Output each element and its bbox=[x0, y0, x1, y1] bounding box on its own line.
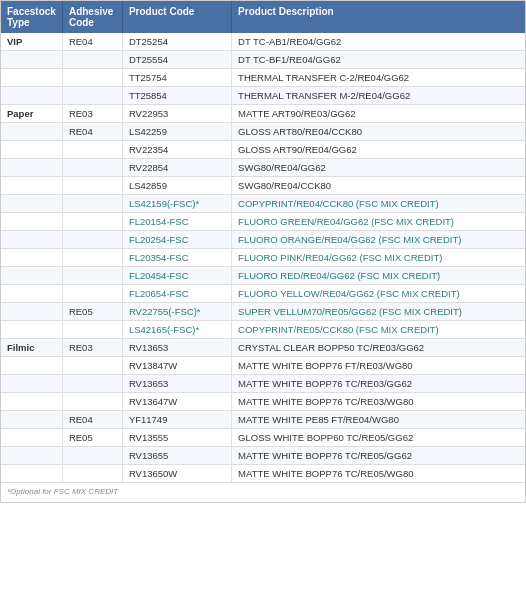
table-row: RV22354GLOSS ART90/RE04/GG62 bbox=[1, 141, 525, 159]
cell-facestock bbox=[1, 249, 62, 267]
cell-facestock bbox=[1, 123, 62, 141]
cell-product-code: TT25854 bbox=[122, 87, 231, 105]
header-product-desc: Product Description bbox=[232, 1, 525, 33]
cell-product-code: RV13647W bbox=[122, 393, 231, 411]
cell-adhesive bbox=[62, 69, 122, 87]
cell-product-desc: FLUORO PINK/RE04/GG62 (FSC MIX CREDIT) bbox=[232, 249, 525, 267]
cell-adhesive bbox=[62, 159, 122, 177]
cell-product-code: RV13655 bbox=[122, 447, 231, 465]
cell-product-code: DT25254 bbox=[122, 33, 231, 51]
table-row: PaperRE03RV22953MATTE ART90/RE03/GG62 bbox=[1, 105, 525, 123]
table-row: LS42859SWG80/RE04/CCK80 bbox=[1, 177, 525, 195]
cell-product-desc: THERMAL TRANSFER M-2/RE04/GG62 bbox=[232, 87, 525, 105]
cell-product-code: RV13653 bbox=[122, 375, 231, 393]
cell-product-desc: DT TC-BF1/RE04/GG62 bbox=[232, 51, 525, 69]
table-row: RE05RV22755(-FSC)*SUPER VELLUM70/RE05/GG… bbox=[1, 303, 525, 321]
cell-adhesive bbox=[62, 465, 122, 483]
cell-adhesive bbox=[62, 213, 122, 231]
cell-adhesive bbox=[62, 447, 122, 465]
cell-product-code: RV13555 bbox=[122, 429, 231, 447]
cell-product-desc: MATTE WHITE BOPP76 TC/RE03/WG80 bbox=[232, 393, 525, 411]
cell-facestock: Filmic bbox=[1, 339, 62, 357]
cell-facestock bbox=[1, 429, 62, 447]
cell-facestock bbox=[1, 51, 62, 69]
table-row: VIPRE04DT25254DT TC-AB1/RE04/GG62 bbox=[1, 33, 525, 51]
cell-product-code: DT25554 bbox=[122, 51, 231, 69]
table-row: RE04YF11749MATTE WHITE PE85 FT/RE04/WG80 bbox=[1, 411, 525, 429]
cell-adhesive: RE03 bbox=[62, 105, 122, 123]
table-row: DT25554DT TC-BF1/RE04/GG62 bbox=[1, 51, 525, 69]
cell-adhesive: RE04 bbox=[62, 33, 122, 51]
cell-adhesive bbox=[62, 177, 122, 195]
cell-product-code: RV13847W bbox=[122, 357, 231, 375]
table-row: FL20654-FSCFLUORO YELLOW/RE04/GG62 (FSC … bbox=[1, 285, 525, 303]
product-table: Facestock Type Adhesive Code Product Cod… bbox=[1, 1, 525, 483]
table-row: LS42165(-FSC)*COPYPRINT/RE05/CCK80 (FSC … bbox=[1, 321, 525, 339]
cell-product-desc: MATTE WHITE BOPP76 TC/RE05/WG80 bbox=[232, 465, 525, 483]
cell-product-code: RV13650W bbox=[122, 465, 231, 483]
cell-product-desc: FLUORO YELLOW/RE04/GG62 (FSC MIX CREDIT) bbox=[232, 285, 525, 303]
cell-adhesive bbox=[62, 393, 122, 411]
cell-facestock: Paper bbox=[1, 105, 62, 123]
table-row: RV13655MATTE WHITE BOPP76 TC/RE05/GG62 bbox=[1, 447, 525, 465]
header-product-code: Product Code bbox=[122, 1, 231, 33]
cell-product-desc: CRYSTAL CLEAR BOPP50 TC/RE03/GG62 bbox=[232, 339, 525, 357]
cell-adhesive bbox=[62, 267, 122, 285]
cell-product-code: FL20654-FSC bbox=[122, 285, 231, 303]
cell-adhesive bbox=[62, 249, 122, 267]
cell-product-desc: GLOSS ART90/RE04/GG62 bbox=[232, 141, 525, 159]
cell-facestock bbox=[1, 69, 62, 87]
table-row: LS42159(-FSC)*COPYPRINT/RE04/CCK80 (FSC … bbox=[1, 195, 525, 213]
cell-facestock bbox=[1, 375, 62, 393]
cell-facestock bbox=[1, 321, 62, 339]
cell-facestock bbox=[1, 357, 62, 375]
table-row: RE05RV13555GLOSS WHITE BOPP60 TC/RE05/GG… bbox=[1, 429, 525, 447]
cell-product-desc: COPYPRINT/RE04/CCK80 (FSC MIX CREDIT) bbox=[232, 195, 525, 213]
table-row: RE04LS42259GLOSS ART80/RE04/CCK80 bbox=[1, 123, 525, 141]
table-header-row: Facestock Type Adhesive Code Product Cod… bbox=[1, 1, 525, 33]
cell-product-desc: MATTE WHITE BOPP76 FT/RE03/WG80 bbox=[232, 357, 525, 375]
cell-facestock bbox=[1, 159, 62, 177]
table-row: RV13847WMATTE WHITE BOPP76 FT/RE03/WG80 bbox=[1, 357, 525, 375]
cell-product-desc: MATTE ART90/RE03/GG62 bbox=[232, 105, 525, 123]
cell-facestock bbox=[1, 411, 62, 429]
cell-facestock bbox=[1, 195, 62, 213]
table-row: RV13653MATTE WHITE BOPP76 TC/RE03/GG62 bbox=[1, 375, 525, 393]
table-row: RV13650WMATTE WHITE BOPP76 TC/RE05/WG80 bbox=[1, 465, 525, 483]
cell-adhesive bbox=[62, 231, 122, 249]
cell-facestock bbox=[1, 285, 62, 303]
cell-facestock bbox=[1, 231, 62, 249]
cell-product-desc: MATTE WHITE BOPP76 TC/RE05/GG62 bbox=[232, 447, 525, 465]
table-row: TT25754THERMAL TRANSFER C-2/RE04/GG62 bbox=[1, 69, 525, 87]
cell-product-code: LS42859 bbox=[122, 177, 231, 195]
cell-facestock bbox=[1, 465, 62, 483]
cell-product-desc: FLUORO GREEN/RE04/GG62 (FSC MIX CREDIT) bbox=[232, 213, 525, 231]
cell-adhesive: RE05 bbox=[62, 429, 122, 447]
cell-adhesive bbox=[62, 375, 122, 393]
cell-adhesive bbox=[62, 51, 122, 69]
cell-facestock bbox=[1, 447, 62, 465]
cell-product-desc: SUPER VELLUM70/RE05/GG62 (FSC MIX CREDIT… bbox=[232, 303, 525, 321]
cell-adhesive bbox=[62, 195, 122, 213]
table-body: VIPRE04DT25254DT TC-AB1/RE04/GG62DT25554… bbox=[1, 33, 525, 483]
cell-product-desc: DT TC-AB1/RE04/GG62 bbox=[232, 33, 525, 51]
header-adhesive: Adhesive Code bbox=[62, 1, 122, 33]
cell-facestock bbox=[1, 393, 62, 411]
cell-adhesive bbox=[62, 87, 122, 105]
cell-adhesive: RE03 bbox=[62, 339, 122, 357]
cell-product-code: TT25754 bbox=[122, 69, 231, 87]
table-row: TT25854THERMAL TRANSFER M-2/RE04/GG62 bbox=[1, 87, 525, 105]
cell-product-desc: FLUORO RED/RE04/GG62 (FSC MIX CREDIT) bbox=[232, 267, 525, 285]
cell-product-desc: THERMAL TRANSFER C-2/RE04/GG62 bbox=[232, 69, 525, 87]
product-table-container: Facestock Type Adhesive Code Product Cod… bbox=[0, 0, 526, 503]
cell-product-code: YF11749 bbox=[122, 411, 231, 429]
cell-facestock: VIP bbox=[1, 33, 62, 51]
cell-product-code: LS42165(-FSC)* bbox=[122, 321, 231, 339]
table-row: FL20254-FSCFLUORO ORANGE/RE04/GG62 (FSC … bbox=[1, 231, 525, 249]
cell-product-code: FL20154-FSC bbox=[122, 213, 231, 231]
cell-facestock bbox=[1, 177, 62, 195]
cell-product-desc: SWG80/RE04/GG62 bbox=[232, 159, 525, 177]
footnote: *Optional for FSC MIX CREDIT bbox=[1, 483, 525, 502]
cell-adhesive bbox=[62, 285, 122, 303]
cell-product-code: FL20254-FSC bbox=[122, 231, 231, 249]
